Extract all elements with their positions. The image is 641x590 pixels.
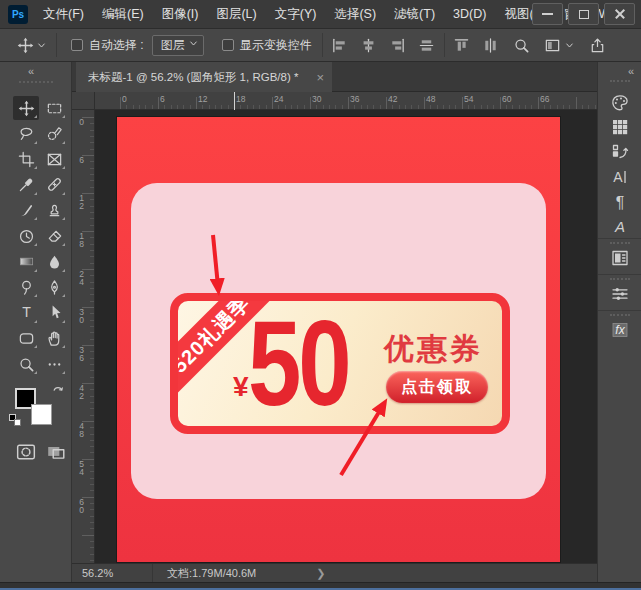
menu-item-3[interactable]: 图像(I) [153,0,208,28]
menu-item-5[interactable]: 文字(Y) [266,0,326,28]
dock-divider [598,310,641,311]
horizontal-ruler[interactable]: 0612182430364248546066 [95,92,597,110]
quick-mask-button[interactable] [14,442,38,462]
align-right-icon[interactable] [387,34,409,56]
align-center-horizontal-icon[interactable] [358,34,380,56]
tool-hand[interactable] [41,326,67,350]
background-color-swatch[interactable] [31,404,52,425]
panel-drag-handle[interactable] [610,242,630,244]
auto-select-checkbox[interactable] [71,39,83,51]
hruler-label: 30 [312,94,321,104]
swap-colors-icon[interactable] [51,384,65,398]
document-area: 未标题-1 @ 56.2% (圆角矩形 1, RGB/8) * × 061218… [72,62,597,582]
show-transform-checkbox[interactable] [222,39,234,51]
panel-drag-handle[interactable] [610,314,630,316]
panel-button-swatches[interactable] [608,115,632,139]
dock-divider [598,274,641,275]
close-button[interactable] [604,3,635,25]
window-controls [532,3,635,25]
tool-rectangular-marquee[interactable] [41,96,67,120]
tool-edit-toolbar[interactable] [41,352,67,376]
share-icon[interactable] [587,34,609,56]
panel-button-glyphs[interactable]: A [608,215,632,239]
tool-crop[interactable] [13,147,39,171]
panel-drag-handle[interactable] [610,80,630,82]
menu-item-7[interactable]: 滤镜(T) [385,0,444,28]
panel-button-color[interactable] [608,91,632,115]
tool-frame[interactable] [41,147,67,171]
tool-gradient[interactable] [13,250,39,274]
tool-type[interactable]: T [13,301,39,325]
tool-eyedropper[interactable] [13,173,39,197]
tool-history-brush[interactable] [13,224,39,248]
minimize-button[interactable] [532,3,563,25]
chevron-down-icon[interactable] [36,38,50,52]
coupon-label: 优惠券 [384,329,483,370]
tool-eraser[interactable] [41,224,67,248]
panel-button-paragraph[interactable]: ¶ [608,190,632,214]
chevron-down-icon[interactable] [564,38,578,52]
vruler-label: 54 [79,460,84,476]
tool-brush[interactable] [13,198,39,222]
tool-dodge[interactable] [13,275,39,299]
tool-quick-selection[interactable] [41,122,67,146]
panel-button-history[interactable] [608,140,632,164]
hruler-label: 54 [464,94,473,104]
minimize-icon [542,13,553,15]
panel-drag-handle[interactable] [610,278,630,280]
tool-zoom[interactable] [13,352,39,376]
tool-path-selection[interactable] [41,301,67,325]
maximize-button[interactable] [568,3,599,25]
panel-button-character[interactable]: A [608,165,632,189]
tool-spot-healing[interactable] [41,173,67,197]
document-tab[interactable]: 未标题-1 @ 56.2% (圆角矩形 1, RGB/8) * × [76,62,332,92]
screen-mode-button[interactable] [44,442,68,462]
tool-blur[interactable] [41,250,67,274]
tool-clone-stamp[interactable] [41,198,67,222]
panel-button-properties[interactable] [608,246,632,270]
canvas[interactable]: 520礼遇季 ¥ 50 优惠券 点击领取 [117,117,560,562]
default-colors-icon[interactable] [9,414,21,426]
search-icon[interactable] [511,34,533,56]
options-bar: 自动选择 : 图层 显示变换控件 [0,28,641,62]
menu-item-6[interactable]: 选择(S) [325,0,385,28]
collapse-panel-icon[interactable]: « [28,65,33,77]
menu-item-2[interactable]: 编辑(E) [93,0,153,28]
panel-drag-handle[interactable] [19,81,53,83]
menu-bar: Ps 文件(F)编辑(E)图像(I)图层(L)文字(Y)选择(S)滤镜(T)3D… [0,0,641,28]
maximize-icon [579,10,589,19]
vruler-label: 30 [79,308,84,324]
vruler-label: 0 [79,118,84,126]
expand-panels-icon[interactable]: « [628,65,633,77]
menu-item-1[interactable]: 文件(F) [34,0,93,28]
panel-button-layer-styles[interactable]: fx [608,318,632,342]
hruler-label: 12 [198,94,207,104]
tool-lasso[interactable] [13,122,39,146]
distribute-center-icon[interactable] [416,34,438,56]
panel-button-adjustments[interactable] [608,282,632,306]
tool-move[interactable] [13,96,39,120]
hruler-label: 42 [388,94,397,104]
auto-select-dropdown[interactable]: 图层 [152,35,204,56]
workspace-icon[interactable] [542,34,564,56]
claim-button-label: 点击领取 [401,377,473,398]
zoom-level-field[interactable]: 56.2% [82,567,152,579]
ruler-cursor-marker [234,92,235,110]
menu-item-4[interactable]: 图层(L) [207,0,265,28]
photoshop-logo: Ps [8,5,28,24]
vruler-label: 42 [79,384,84,400]
document-tab-title: 未标题-1 @ 56.2% (圆角矩形 1, RGB/8) * [88,70,310,85]
distribute-vertical-icon[interactable] [480,34,502,56]
status-chevron-icon[interactable]: ❯ [316,567,325,580]
svg-text:T: T [22,305,31,321]
vertical-ruler[interactable]: 06121824303642485460 [72,110,95,563]
right-panel-dock: « A¶Afx [597,62,641,582]
status-bar: 56.2% 文档:1.79M/40.6M ❯ [72,563,597,582]
hruler-label: 18 [236,94,245,104]
tab-close-icon[interactable]: × [316,70,324,85]
tool-shape[interactable] [13,326,39,350]
align-left-icon[interactable] [329,34,351,56]
align-top-icon[interactable] [451,34,473,56]
menu-item-8[interactable]: 3D(D) [444,0,495,28]
tool-pen[interactable] [41,275,67,299]
